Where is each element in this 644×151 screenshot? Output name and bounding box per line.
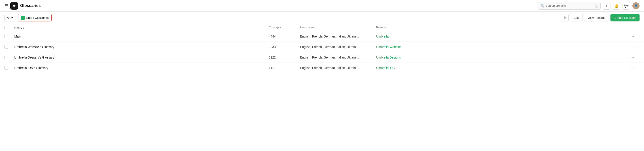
share-glossaries-button[interactable]: ✓ Share Glossaries <box>18 14 52 21</box>
toolbar-right: 🗑 Edit View Records Create Glossary <box>561 14 640 21</box>
share-label: Share Glossaries <box>26 16 48 19</box>
page-title: Glossaries <box>20 3 41 8</box>
check-icon: ✓ <box>21 16 25 20</box>
row-checkbox[interactable] <box>4 66 8 70</box>
view-records-button[interactable]: View Records <box>584 14 609 21</box>
avatar-initials: 👤 <box>634 4 638 7</box>
table-row: Umbrella Designs's Glossary 2222 English… <box>0 52 644 63</box>
row-more[interactable]: ··· <box>630 34 640 38</box>
edit-label: Edit <box>574 16 579 19</box>
row-checkbox[interactable] <box>4 56 8 59</box>
header-left: ☰ Glossaries <box>4 2 535 9</box>
menu-icon[interactable]: ☰ <box>4 3 8 8</box>
row-checkbox-col <box>4 56 14 59</box>
app-header: ☰ Glossaries 🔍 / + 🔔 💬 👤 <box>0 0 644 12</box>
row-more[interactable]: ··· <box>630 45 640 49</box>
row-checkbox[interactable] <box>4 35 8 38</box>
column-name[interactable]: Name ↓ <box>14 26 269 29</box>
row-more[interactable]: ··· <box>630 55 640 59</box>
table-body: Main 4444 English, French, German, Itali… <box>0 31 644 73</box>
row-concepts: 1111 <box>269 66 300 70</box>
chat-icon: 💬 <box>624 3 628 8</box>
row-name: Main <box>14 35 269 38</box>
row-name: Umbrella Website's Glossary <box>14 45 269 49</box>
row-concepts: 4444 <box>269 35 300 38</box>
row-name: Umbrella iOS's Glossary <box>14 66 269 70</box>
row-project[interactable]: Umbrella <box>376 35 630 38</box>
row-languages: English, French, German, Italian, Ukrain… <box>300 35 376 38</box>
row-languages: English, French, German, Italian, Ukrain… <box>300 66 376 70</box>
edit-button[interactable]: Edit <box>570 14 582 21</box>
row-languages: English, French, German, Italian, Ukrain… <box>300 45 376 49</box>
search-shortcut: / <box>595 4 598 7</box>
row-languages: English, French, German, Italian, Ukrain… <box>300 56 376 59</box>
row-project[interactable]: Umbrella Designs <box>376 56 630 59</box>
column-concepts: Concepts <box>269 26 300 29</box>
row-concepts: 2222 <box>269 56 300 59</box>
avatar[interactable]: 👤 <box>632 2 640 9</box>
search-icon: 🔍 <box>540 4 544 7</box>
svg-point-0 <box>14 5 15 6</box>
search-input[interactable] <box>546 4 594 7</box>
row-project[interactable]: Umbrella Website <box>376 45 630 49</box>
delete-button[interactable]: 🗑 <box>561 14 569 21</box>
select-all-checkbox-col <box>4 26 14 29</box>
view-records-label: View Records <box>588 16 605 19</box>
row-checkbox-col <box>4 66 14 70</box>
row-name: Umbrella Designs's Glossary <box>14 56 269 59</box>
row-checkbox-col <box>4 45 14 49</box>
table-row: Umbrella Website's Glossary 3333 English… <box>0 42 644 52</box>
column-projects: Projects <box>376 26 630 29</box>
toolbar: All ▾ ✓ Share Glossaries 🗑 Edit View Rec… <box>0 12 644 24</box>
filter-dropdown[interactable]: All ▾ <box>4 14 16 21</box>
toolbar-left: All ▾ ✓ Share Glossaries <box>4 14 559 21</box>
row-concepts: 3333 <box>269 45 300 49</box>
table-row: Main 4444 English, French, German, Itali… <box>0 31 644 42</box>
bell-icon: 🔔 <box>614 3 619 8</box>
sort-icon: ↓ <box>23 26 24 29</box>
select-all-checkbox[interactable] <box>4 26 8 29</box>
table-header: Name ↓ Concepts Languages Projects <box>0 24 644 31</box>
chevron-down-icon: ▾ <box>12 16 13 19</box>
row-checkbox-col <box>4 35 14 38</box>
search-box[interactable]: 🔍 / <box>538 2 600 9</box>
row-checkbox[interactable] <box>4 45 8 49</box>
create-glossary-button[interactable]: Create Glossary <box>610 14 640 21</box>
header-right: 🔍 / + 🔔 💬 👤 <box>538 2 640 9</box>
notification-button[interactable]: 🔔 <box>613 2 620 9</box>
table-row: Umbrella iOS's Glossary 1111 English, Fr… <box>0 63 644 73</box>
app-logo <box>10 2 18 9</box>
create-glossary-label: Create Glossary <box>614 16 636 19</box>
message-button[interactable]: 💬 <box>622 2 630 9</box>
trash-icon: 🗑 <box>563 16 566 20</box>
filter-value: All <box>7 16 10 19</box>
row-more[interactable]: ··· <box>630 66 640 70</box>
row-project[interactable]: Umbrella iOS <box>376 66 630 70</box>
add-button[interactable]: + <box>603 2 610 9</box>
column-actions <box>630 26 640 29</box>
column-languages: Languages <box>300 26 376 29</box>
